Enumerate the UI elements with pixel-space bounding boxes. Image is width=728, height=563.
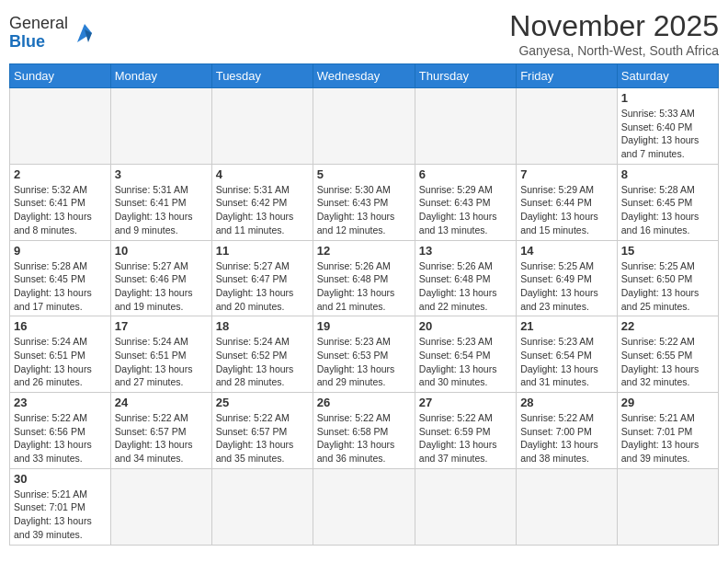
calendar-cell: 14Sunrise: 5:25 AMSunset: 6:49 PMDayligh… (517, 240, 618, 316)
day-info: Sunrise: 5:26 AMSunset: 6:48 PMDaylight:… (419, 259, 512, 314)
calendar-cell (110, 468, 211, 545)
logo-text: General Blue (9, 15, 68, 52)
weekday-header-sunday: Sunday (10, 64, 111, 88)
day-number: 28 (520, 396, 613, 409)
page-header: General Blue November 2025 Ganyesa, Nort… (9, 9, 719, 58)
title-block: November 2025 Ganyesa, North-West, South… (509, 9, 719, 58)
weekday-header-monday: Monday (110, 64, 211, 88)
day-number: 4 (216, 167, 309, 181)
calendar-cell (313, 468, 415, 545)
logo-blue: Blue (9, 32, 45, 51)
day-info: Sunrise: 5:31 AMSunset: 6:42 PMDaylight:… (216, 183, 309, 237)
calendar-cell: 25Sunrise: 5:22 AMSunset: 6:57 PMDayligh… (211, 393, 313, 469)
calendar-cell: 4Sunrise: 5:31 AMSunset: 6:42 PMDaylight… (211, 164, 313, 240)
calendar-week-row: 16Sunrise: 5:24 AMSunset: 6:51 PMDayligh… (10, 316, 719, 393)
day-info: Sunrise: 5:28 AMSunset: 6:45 PMDaylight:… (621, 183, 714, 237)
calendar-cell (517, 468, 618, 545)
day-number: 17 (115, 319, 208, 333)
calendar-cell: 15Sunrise: 5:25 AMSunset: 6:50 PMDayligh… (617, 240, 718, 316)
day-number: 9 (14, 244, 107, 258)
day-number: 18 (216, 319, 309, 333)
day-info: Sunrise: 5:25 AMSunset: 6:49 PMDaylight:… (520, 259, 613, 314)
calendar-cell: 16Sunrise: 5:24 AMSunset: 6:51 PMDayligh… (10, 316, 111, 393)
day-info: Sunrise: 5:29 AMSunset: 6:43 PMDaylight:… (419, 183, 512, 237)
calendar-cell (313, 88, 415, 165)
day-number: 22 (621, 319, 714, 333)
day-info: Sunrise: 5:23 AMSunset: 6:53 PMDaylight:… (317, 335, 411, 389)
day-number: 11 (216, 244, 309, 258)
day-number: 21 (520, 319, 613, 333)
day-number: 23 (14, 396, 107, 409)
calendar-week-row: 30Sunrise: 5:21 AMSunset: 7:01 PMDayligh… (10, 468, 719, 545)
weekday-header-friday: Friday (517, 64, 618, 88)
day-info: Sunrise: 5:25 AMSunset: 6:50 PMDaylight:… (621, 259, 714, 314)
calendar-week-row: 1Sunrise: 5:33 AMSunset: 6:40 PMDaylight… (10, 88, 719, 165)
calendar-cell (211, 468, 313, 545)
day-info: Sunrise: 5:22 AMSunset: 6:57 PMDaylight:… (216, 411, 309, 465)
day-info: Sunrise: 5:32 AMSunset: 6:41 PMDaylight:… (14, 183, 107, 237)
day-number: 10 (115, 244, 208, 258)
calendar-cell: 12Sunrise: 5:26 AMSunset: 6:48 PMDayligh… (313, 240, 415, 316)
calendar-cell (415, 468, 516, 545)
day-number: 20 (419, 319, 512, 333)
calendar-cell: 28Sunrise: 5:22 AMSunset: 7:00 PMDayligh… (517, 393, 618, 469)
calendar-cell: 11Sunrise: 5:27 AMSunset: 6:47 PMDayligh… (211, 240, 313, 316)
calendar-header-row: SundayMondayTuesdayWednesdayThursdayFrid… (10, 64, 719, 88)
day-info: Sunrise: 5:27 AMSunset: 6:47 PMDaylight:… (216, 259, 309, 314)
day-number: 2 (14, 167, 107, 181)
day-number: 29 (621, 396, 714, 409)
calendar-cell: 22Sunrise: 5:22 AMSunset: 6:55 PMDayligh… (617, 316, 718, 393)
day-number: 12 (317, 244, 411, 258)
logo-icon (70, 20, 99, 46)
day-info: Sunrise: 5:22 AMSunset: 6:59 PMDaylight:… (419, 411, 512, 465)
logo: General Blue (9, 15, 99, 52)
calendar-week-row: 9Sunrise: 5:28 AMSunset: 6:45 PMDaylight… (10, 240, 719, 316)
day-info: Sunrise: 5:22 AMSunset: 6:57 PMDaylight:… (115, 411, 208, 465)
day-info: Sunrise: 5:26 AMSunset: 6:48 PMDaylight:… (317, 259, 411, 314)
day-number: 16 (14, 319, 107, 333)
day-info: Sunrise: 5:22 AMSunset: 6:58 PMDaylight:… (317, 411, 411, 465)
calendar-week-row: 2Sunrise: 5:32 AMSunset: 6:41 PMDaylight… (10, 164, 719, 240)
calendar-cell: 6Sunrise: 5:29 AMSunset: 6:43 PMDaylight… (415, 164, 516, 240)
weekday-header-thursday: Thursday (415, 64, 516, 88)
day-number: 3 (115, 167, 208, 181)
calendar-cell: 21Sunrise: 5:23 AMSunset: 6:54 PMDayligh… (517, 316, 618, 393)
calendar-cell (110, 88, 211, 165)
day-info: Sunrise: 5:29 AMSunset: 6:44 PMDaylight:… (520, 183, 613, 237)
calendar-cell: 13Sunrise: 5:26 AMSunset: 6:48 PMDayligh… (415, 240, 516, 316)
calendar-cell: 26Sunrise: 5:22 AMSunset: 6:58 PMDayligh… (313, 393, 415, 469)
day-info: Sunrise: 5:22 AMSunset: 6:56 PMDaylight:… (14, 411, 107, 465)
month-title: November 2025 (509, 9, 719, 43)
calendar-cell: 1Sunrise: 5:33 AMSunset: 6:40 PMDaylight… (617, 88, 718, 165)
day-info: Sunrise: 5:21 AMSunset: 7:01 PMDaylight:… (14, 488, 107, 542)
day-number: 5 (317, 167, 411, 181)
day-info: Sunrise: 5:24 AMSunset: 6:51 PMDaylight:… (14, 335, 107, 389)
day-info: Sunrise: 5:23 AMSunset: 6:54 PMDaylight:… (520, 335, 613, 389)
weekday-header-tuesday: Tuesday (211, 64, 313, 88)
day-info: Sunrise: 5:24 AMSunset: 6:51 PMDaylight:… (115, 335, 208, 389)
day-info: Sunrise: 5:22 AMSunset: 7:00 PMDaylight:… (520, 411, 613, 465)
calendar-cell: 27Sunrise: 5:22 AMSunset: 6:59 PMDayligh… (415, 393, 516, 469)
day-info: Sunrise: 5:24 AMSunset: 6:52 PMDaylight:… (216, 335, 309, 389)
calendar-cell: 30Sunrise: 5:21 AMSunset: 7:01 PMDayligh… (10, 468, 111, 545)
day-number: 1 (621, 91, 714, 105)
day-number: 13 (419, 244, 512, 258)
calendar-cell: 29Sunrise: 5:21 AMSunset: 7:01 PMDayligh… (617, 393, 718, 469)
calendar-cell: 7Sunrise: 5:29 AMSunset: 6:44 PMDaylight… (517, 164, 618, 240)
calendar-cell: 2Sunrise: 5:32 AMSunset: 6:41 PMDaylight… (10, 164, 111, 240)
day-info: Sunrise: 5:23 AMSunset: 6:54 PMDaylight:… (419, 335, 512, 389)
day-number: 27 (419, 396, 512, 409)
day-number: 7 (520, 167, 613, 181)
day-number: 24 (115, 396, 208, 409)
day-info: Sunrise: 5:33 AMSunset: 6:40 PMDaylight:… (621, 107, 714, 161)
day-info: Sunrise: 5:21 AMSunset: 7:01 PMDaylight:… (621, 411, 714, 465)
calendar-week-row: 23Sunrise: 5:22 AMSunset: 6:56 PMDayligh… (10, 393, 719, 469)
calendar-cell: 17Sunrise: 5:24 AMSunset: 6:51 PMDayligh… (110, 316, 211, 393)
calendar-table: SundayMondayTuesdayWednesdayThursdayFrid… (9, 63, 719, 546)
day-number: 19 (317, 319, 411, 333)
day-number: 14 (520, 244, 613, 258)
day-info: Sunrise: 5:28 AMSunset: 6:45 PMDaylight:… (14, 259, 107, 314)
calendar-cell: 24Sunrise: 5:22 AMSunset: 6:57 PMDayligh… (110, 393, 211, 469)
calendar-cell: 19Sunrise: 5:23 AMSunset: 6:53 PMDayligh… (313, 316, 415, 393)
day-info: Sunrise: 5:30 AMSunset: 6:43 PMDaylight:… (317, 183, 411, 237)
